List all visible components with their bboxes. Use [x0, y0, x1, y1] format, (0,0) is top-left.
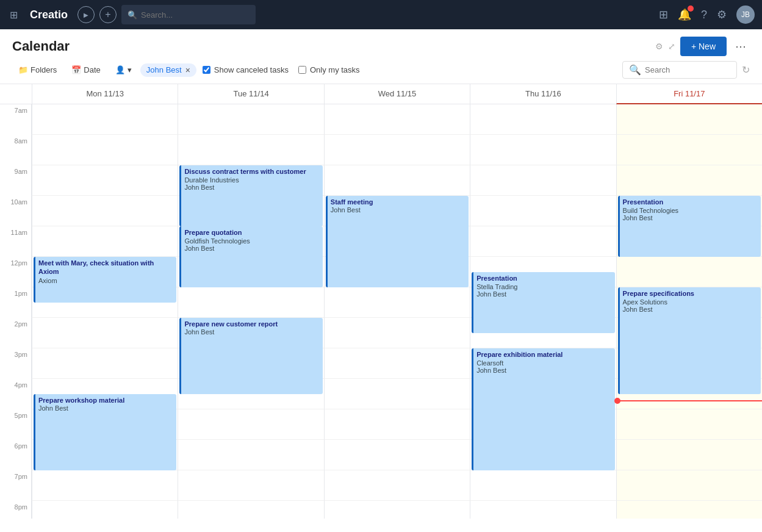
cell-tue-8am[interactable]	[178, 135, 323, 165]
settings-icon[interactable]: ⚙	[717, 8, 727, 21]
cell-tue-7pm[interactable]	[178, 470, 323, 501]
event-company: Durable Industries	[184, 176, 319, 184]
show-canceled-filter[interactable]: Show canceled tasks	[199, 63, 292, 77]
cell-thu-7am[interactable]	[470, 104, 616, 135]
cell-thu-3pm[interactable]: Prepare exhibition materialClearsoftJohn…	[470, 348, 616, 379]
user-filter-button[interactable]: 👤 ▾	[109, 63, 138, 77]
cell-mon-9am[interactable]	[32, 165, 178, 196]
cell-wed-6pm[interactable]	[324, 440, 470, 470]
help-icon[interactable]: ?	[701, 9, 707, 21]
cell-thu-12pm[interactable]: PresentationStella TradingJohn Best	[470, 257, 616, 287]
time-label-12pm: 12pm	[0, 257, 32, 287]
remove-filter-button[interactable]: ×	[185, 65, 190, 75]
cell-mon-8am[interactable]	[32, 135, 178, 165]
cell-mon-8pm[interactable]	[32, 501, 178, 519]
cell-mon-3pm[interactable]	[32, 348, 178, 379]
cell-wed-5pm[interactable]	[324, 409, 470, 440]
cell-mon-10am[interactable]	[32, 196, 178, 226]
avatar[interactable]: JB	[736, 5, 755, 24]
cell-wed-7pm[interactable]	[324, 470, 470, 501]
cell-thu-10am[interactable]	[470, 196, 616, 226]
event-e8[interactable]: Prepare exhibition materialClearsoftJohn…	[472, 348, 614, 470]
play-button[interactable]: ▶	[77, 6, 95, 23]
cell-mon-7pm[interactable]	[32, 470, 178, 501]
cell-tue-9am[interactable]: Discuss contract terms with customerDura…	[178, 165, 323, 196]
event-e4[interactable]: Staff meetingJohn Best	[326, 196, 469, 287]
cell-tue-1pm[interactable]	[178, 287, 323, 318]
cell-fri-7am[interactable]	[616, 104, 762, 135]
cell-fri-10am[interactable]: PresentationBuild TechnologiesJohn Best	[616, 196, 762, 226]
cell-fri-7pm[interactable]	[616, 470, 762, 501]
event-e5[interactable]: Meet with Mary, check situation with Axi…	[34, 257, 176, 303]
cell-fri-1pm[interactable]: Prepare specificationsApex SolutionsJohn…	[616, 287, 762, 318]
event-e10[interactable]: Prepare specificationsApex SolutionsJohn…	[618, 287, 761, 394]
page-settings-icon[interactable]: ⚙	[655, 41, 663, 51]
cell-mon-12pm[interactable]: Meet with Mary, check situation with Axi…	[32, 257, 178, 287]
cell-tue-11am[interactable]: Prepare quotationGoldfish TechnologiesJo…	[178, 226, 323, 257]
time-label-7pm: 7pm	[0, 470, 32, 501]
event-e3[interactable]: Prepare new customer reportJohn Best	[179, 318, 322, 394]
cell-wed-3pm[interactable]	[324, 348, 470, 379]
cell-fri-9am[interactable]	[616, 165, 762, 196]
page-header: Calendar ⚙ ⤢ + New ⋯	[0, 29, 762, 56]
day-header-wed[interactable]: Wed 11/15	[324, 84, 470, 104]
time-header-spacer	[0, 84, 32, 104]
cell-mon-7am[interactable]	[32, 104, 178, 135]
event-e6[interactable]: Prepare workshop materialJohn Best	[34, 394, 176, 470]
time-label-6pm: 6pm	[0, 440, 32, 470]
toolbar-search-input[interactable]	[645, 65, 730, 74]
date-button[interactable]: 📅 Date	[65, 63, 106, 77]
cell-fri-5pm[interactable]	[616, 409, 762, 440]
cell-thu-7pm[interactable]	[470, 470, 616, 501]
event-e9[interactable]: PresentationBuild TechnologiesJohn Best	[618, 196, 761, 257]
search-input[interactable]	[141, 10, 250, 20]
cell-wed-10am[interactable]: Staff meetingJohn Best	[324, 196, 470, 226]
cell-wed-9am[interactable]	[324, 165, 470, 196]
cell-wed-4pm[interactable]	[324, 379, 470, 409]
day-header-thu[interactable]: Thu 11/16	[470, 84, 616, 104]
cell-thu-11am[interactable]	[470, 226, 616, 257]
cell-fri-12pm[interactable]	[616, 257, 762, 287]
cell-wed-7am[interactable]	[324, 104, 470, 135]
cell-tue-6pm[interactable]	[178, 440, 323, 470]
cell-fri-8am[interactable]	[616, 135, 762, 165]
cell-fri-6pm[interactable]	[616, 440, 762, 470]
refresh-icon[interactable]: ↻	[742, 64, 750, 76]
cell-mon-2pm[interactable]	[32, 318, 178, 348]
day-header-mon[interactable]: Mon 11/13	[32, 84, 178, 104]
cell-thu-9am[interactable]	[470, 165, 616, 196]
topnav: ⊞ Creatio ▶ + 🔍 ⊞ 🔔 ? ⚙ JB	[0, 0, 762, 29]
apps-icon[interactable]: ⊞	[659, 8, 668, 21]
day-header-tue[interactable]: Tue 11/14	[178, 84, 323, 104]
only-my-tasks-checkbox[interactable]	[298, 66, 306, 74]
grid-icon[interactable]: ⊞	[7, 7, 20, 23]
show-canceled-checkbox[interactable]	[203, 66, 210, 74]
cell-tue-5pm[interactable]	[178, 409, 323, 440]
day-header-fri[interactable]: Fri 11/17	[616, 84, 762, 104]
cell-wed-1pm[interactable]	[324, 287, 470, 318]
cell-thu-8am[interactable]	[470, 135, 616, 165]
cell-tue-2pm[interactable]: Prepare new customer reportJohn Best	[178, 318, 323, 348]
time-label-9am: 9am	[0, 165, 32, 196]
more-button[interactable]: ⋯	[731, 37, 750, 56]
cell-mon-4pm[interactable]: Prepare workshop materialJohn Best	[32, 379, 178, 409]
new-button[interactable]: + New	[680, 37, 727, 56]
event-e2[interactable]: Prepare quotationGoldfish TechnologiesJo…	[179, 226, 322, 287]
bell-icon[interactable]: 🔔	[678, 8, 691, 21]
expand-icon[interactable]: ⤢	[668, 41, 675, 51]
cell-wed-2pm[interactable]	[324, 318, 470, 348]
cell-fri-8pm[interactable]	[616, 501, 762, 519]
only-my-tasks-filter[interactable]: Only my tasks	[295, 63, 364, 77]
folders-button[interactable]: 📁 Folders	[12, 63, 63, 77]
notification-badge	[688, 5, 694, 12]
cell-thu-8pm[interactable]	[470, 501, 616, 519]
add-button[interactable]: +	[99, 6, 117, 23]
cell-tue-7am[interactable]	[178, 104, 323, 135]
cell-wed-8am[interactable]	[324, 135, 470, 165]
event-e1[interactable]: Discuss contract terms with customerDura…	[179, 165, 322, 226]
cell-wed-8pm[interactable]	[324, 501, 470, 519]
topnav-right: ⊞ 🔔 ? ⚙ JB	[659, 5, 755, 24]
cell-mon-11am[interactable]	[32, 226, 178, 257]
event-e7[interactable]: PresentationStella TradingJohn Best	[472, 272, 614, 333]
cell-tue-8pm[interactable]	[178, 501, 323, 519]
